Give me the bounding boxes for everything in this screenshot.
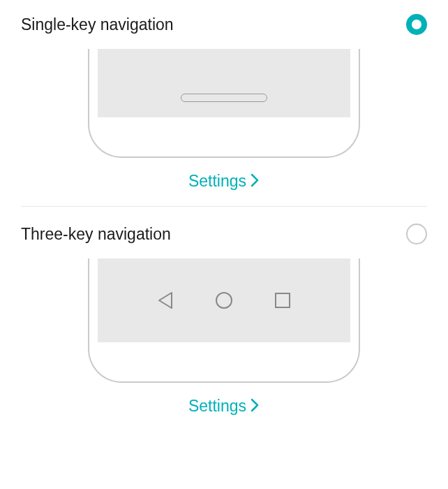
- phone-screen: [98, 258, 350, 342]
- single-key-option: Single-key navigation Settings: [0, 0, 448, 203]
- phone-frame: [88, 258, 360, 383]
- radio-three-key[interactable]: [406, 224, 427, 245]
- option-label: Single-key navigation: [21, 15, 174, 34]
- option-header-single-key[interactable]: Single-key navigation: [0, 0, 448, 42]
- back-triangle-icon: [156, 291, 175, 310]
- three-key-option: Three-key navigation: [0, 210, 448, 428]
- settings-text: Settings: [188, 172, 246, 191]
- divider: [21, 206, 427, 207]
- radio-single-key[interactable]: [406, 14, 427, 35]
- chevron-right-icon: [251, 398, 260, 415]
- nav-buttons: [156, 291, 292, 310]
- settings-text: Settings: [188, 397, 246, 416]
- phone-screen: [98, 49, 350, 117]
- option-header-three-key[interactable]: Three-key navigation: [0, 210, 448, 251]
- chevron-right-icon: [251, 173, 260, 190]
- phone-preview-single-key: [0, 49, 448, 158]
- phone-preview-three-key: [0, 258, 448, 383]
- svg-point-0: [216, 293, 232, 308]
- phone-body: [88, 258, 360, 383]
- recent-square-icon: [273, 291, 292, 310]
- svg-rect-1: [276, 293, 290, 307]
- home-circle-icon: [214, 291, 234, 310]
- settings-link-three-key[interactable]: Settings: [0, 383, 448, 428]
- gesture-bar-icon: [181, 94, 267, 102]
- option-label: Three-key navigation: [21, 225, 171, 244]
- phone-body: [88, 49, 360, 158]
- phone-frame: [88, 49, 360, 158]
- settings-link-single-key[interactable]: Settings: [0, 158, 448, 203]
